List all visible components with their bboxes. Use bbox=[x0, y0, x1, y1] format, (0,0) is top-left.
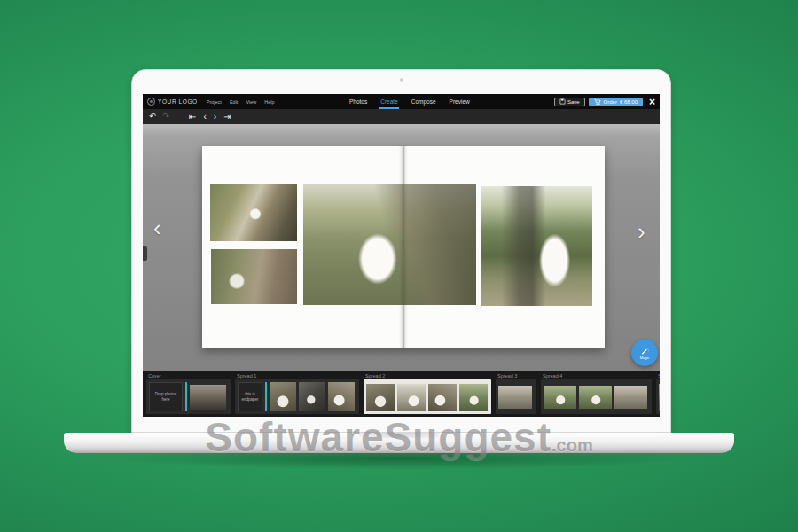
thumbnail[interactable] bbox=[366, 384, 395, 411]
tab-compose[interactable]: Compose bbox=[411, 95, 437, 109]
next-page-chevron[interactable]: › bbox=[638, 220, 645, 243]
panel-handle[interactable] bbox=[143, 246, 147, 261]
section-label: Cover bbox=[146, 372, 231, 379]
redo-icon[interactable]: ↷ bbox=[163, 113, 170, 121]
cart-icon bbox=[594, 98, 601, 106]
endpaper-zone[interactable]: this is endpaper bbox=[238, 382, 262, 411]
section-label: Spread 3 bbox=[496, 372, 536, 379]
toolbar: ↶ ↷ ⇤ ‹ › ⇥ bbox=[143, 109, 660, 124]
editor-canvas: ‹ › Magic bbox=[143, 124, 660, 371]
thumbnail[interactable] bbox=[614, 386, 647, 409]
laptop-base bbox=[64, 433, 734, 453]
save-button[interactable]: Save bbox=[554, 98, 585, 106]
drop-zone-text: Drop photos here bbox=[152, 392, 180, 403]
next-spread-icon[interactable]: › bbox=[214, 113, 216, 121]
section-label: Spread 4 bbox=[541, 372, 652, 379]
thumbnail[interactable] bbox=[659, 384, 660, 411]
section-label: Spread 1 bbox=[235, 372, 359, 379]
thumbnail[interactable] bbox=[299, 382, 325, 411]
filmstrip-section-spread2[interactable]: Spread 2 bbox=[364, 372, 491, 414]
order-price: € 68.00 bbox=[620, 99, 638, 105]
book-spread[interactable] bbox=[202, 146, 605, 348]
thumbnail[interactable] bbox=[428, 384, 457, 411]
last-spread-icon[interactable]: ⇥ bbox=[223, 113, 231, 121]
photobook-app: YOUR LOGO Project Edit View Help Photos … bbox=[143, 94, 660, 417]
page-gutter bbox=[399, 146, 408, 348]
section-panel bbox=[364, 379, 491, 414]
thumbnail[interactable] bbox=[459, 384, 488, 411]
tab-create[interactable]: Create bbox=[379, 95, 399, 109]
filmstrip-section-spread4[interactable]: Spread 4 bbox=[541, 372, 652, 414]
spread-navigation-group: ⇤ ‹ › ⇥ bbox=[189, 113, 231, 121]
thumbnail[interactable] bbox=[579, 386, 612, 409]
thumbnail[interactable] bbox=[270, 382, 296, 411]
save-icon bbox=[559, 98, 566, 105]
cover-drop-zone[interactable]: Drop photos here bbox=[149, 382, 183, 411]
section-panel bbox=[541, 379, 652, 414]
order-button[interactable]: Order € 68.00 bbox=[589, 98, 643, 106]
section-panel: Drop photos here bbox=[146, 379, 231, 414]
thumbnail[interactable] bbox=[544, 386, 576, 409]
logo-text: YOUR LOGO bbox=[158, 98, 198, 105]
section-panel bbox=[496, 379, 536, 414]
laptop-screen: YOUR LOGO Project Edit View Help Photos … bbox=[131, 69, 671, 433]
menu-edit[interactable]: Edit bbox=[230, 99, 238, 105]
spine-divider bbox=[185, 382, 187, 411]
menu-project[interactable]: Project bbox=[207, 99, 222, 105]
first-spread-icon[interactable]: ⇤ bbox=[189, 113, 196, 121]
logo-icon bbox=[147, 98, 155, 106]
undo-icon[interactable]: ↶ bbox=[149, 113, 156, 121]
menubar: YOUR LOGO Project Edit View Help Photos … bbox=[143, 94, 660, 109]
section-label: Spread 5 bbox=[656, 372, 660, 379]
scene: SoftwareSuggest.com YOUR LOGO Project Ed… bbox=[0, 0, 798, 532]
tab-preview[interactable]: Preview bbox=[449, 95, 471, 109]
prev-page-chevron[interactable]: ‹ bbox=[153, 216, 161, 239]
photo-hand-kiss[interactable] bbox=[481, 186, 592, 306]
thumbnail[interactable] bbox=[190, 385, 226, 410]
filmstrip-section-cover[interactable]: Cover Drop photos here bbox=[146, 372, 231, 414]
filmstrip-section-spread3[interactable]: Spread 3 bbox=[496, 372, 536, 414]
close-icon[interactable]: × bbox=[649, 97, 655, 107]
section-label: Spread 2 bbox=[364, 372, 491, 379]
prev-spread-icon[interactable]: ‹ bbox=[203, 113, 206, 121]
magic-layout-button[interactable]: Magic bbox=[631, 340, 658, 366]
section-panel: this is endpaper bbox=[235, 379, 359, 414]
section-panel bbox=[656, 379, 660, 414]
endpaper-text: this is endpaper bbox=[240, 392, 260, 403]
order-label: Order bbox=[604, 99, 617, 105]
tab-photos[interactable]: Photos bbox=[348, 95, 368, 109]
thumbnail[interactable] bbox=[498, 386, 532, 409]
magic-label: Magic bbox=[640, 356, 650, 360]
menu-help[interactable]: Help bbox=[264, 99, 274, 105]
thumbnail[interactable] bbox=[397, 384, 426, 411]
webcam-dot bbox=[400, 78, 403, 82]
save-label: Save bbox=[567, 99, 580, 105]
spine-divider bbox=[265, 382, 267, 411]
menubar-actions: Save Order € 68.00 × bbox=[554, 97, 655, 107]
photo-couple-balustrade[interactable] bbox=[303, 184, 476, 305]
photo-couple-hugging[interactable] bbox=[211, 249, 297, 304]
mode-tabs: Photos Create Compose Preview bbox=[348, 94, 471, 109]
filmstrip-section-spread5[interactable]: Spread 5 bbox=[656, 372, 660, 414]
magic-wand-icon bbox=[640, 347, 650, 356]
thumbnail[interactable] bbox=[328, 382, 355, 411]
photo-couple-walking[interactable] bbox=[210, 184, 297, 241]
filmstrip-section-spread1[interactable]: Spread 1 this is endpaper bbox=[235, 372, 359, 414]
menu-view[interactable]: View bbox=[246, 99, 256, 105]
spread-filmstrip: Cover Drop photos here Spread 1 this is … bbox=[143, 371, 660, 417]
